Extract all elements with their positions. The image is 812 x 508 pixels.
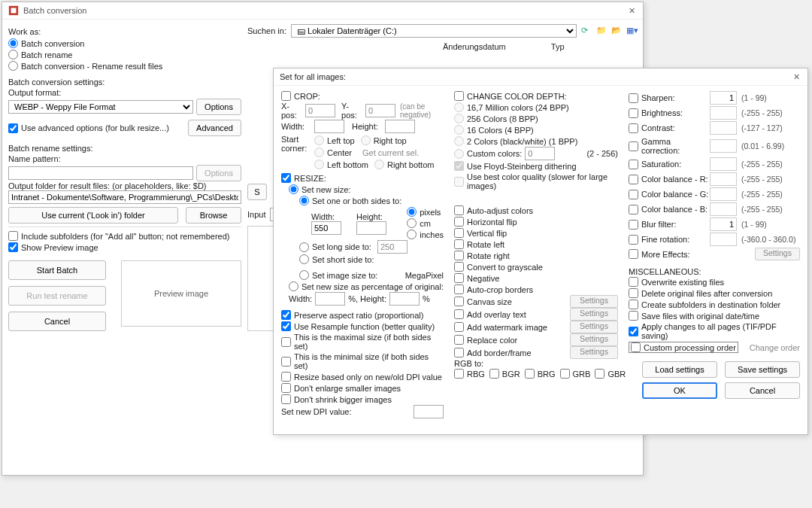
cbg-check[interactable]: Color balance - G: bbox=[629, 190, 710, 199]
sfa-close-icon[interactable]: ✕ bbox=[791, 71, 801, 82]
sharpen-input[interactable] bbox=[710, 91, 737, 105]
long-side-input[interactable] bbox=[377, 240, 408, 254]
finerot-input[interactable] bbox=[710, 233, 737, 246]
pct-h-input[interactable] bbox=[389, 292, 420, 306]
autoadj-check[interactable]: Auto-adjust colors bbox=[454, 205, 618, 215]
unit-cm-radio[interactable]: cm bbox=[407, 218, 444, 228]
resize-width-input[interactable] bbox=[311, 221, 341, 235]
cbr-input[interactable] bbox=[710, 172, 737, 186]
pct-radio[interactable]: Set new size as percentage of original: bbox=[289, 281, 444, 291]
cbr-check[interactable]: Color balance - R: bbox=[629, 175, 710, 184]
delete-orig-check[interactable]: Delete original files after conversion bbox=[629, 288, 800, 298]
overwrite-check[interactable]: Overwrite existing files bbox=[629, 277, 800, 287]
border-check[interactable]: Add border/frame bbox=[454, 348, 567, 357]
grb-check[interactable]: GRB bbox=[560, 369, 591, 379]
start-batch-button[interactable]: Start Batch bbox=[8, 260, 106, 280]
long-side-radio[interactable]: Set long side to: bbox=[299, 242, 371, 252]
contrast-check[interactable]: Contrast: bbox=[629, 123, 710, 133]
autocrop-check[interactable]: Auto-crop borders bbox=[454, 284, 618, 294]
sharpen-check[interactable]: Sharpen: bbox=[629, 93, 710, 103]
canvas-settings-btn[interactable]: Settings bbox=[570, 295, 618, 308]
brg-check[interactable]: BRG bbox=[525, 369, 556, 379]
browse-button[interactable]: Browse bbox=[186, 207, 241, 224]
short-side-radio[interactable]: Set short side to: bbox=[299, 254, 374, 264]
format-options-button[interactable]: Options bbox=[196, 99, 241, 115]
one-or-both-radio[interactable]: Set one or both sides to: bbox=[299, 196, 444, 205]
cancel-button[interactable]: Cancel bbox=[8, 312, 106, 331]
new-folder-icon[interactable]: 📂 bbox=[611, 26, 622, 36]
overlay-check[interactable]: Add overlay text bbox=[454, 309, 567, 319]
new-dpi-input[interactable] bbox=[414, 405, 444, 418]
view-icon[interactable]: ▦▾ bbox=[626, 26, 637, 36]
sort-button[interactable]: S bbox=[247, 184, 267, 200]
noshrink-check[interactable]: Don't shrink bigger images bbox=[281, 394, 444, 404]
name-pattern-input[interactable] bbox=[8, 166, 193, 180]
ok-button[interactable]: OK bbox=[642, 382, 717, 399]
gamma-check[interactable]: Gamma correction: bbox=[629, 137, 710, 155]
set-new-size-radio[interactable]: Set new size: bbox=[289, 184, 444, 194]
crop-check[interactable]: CROP: bbox=[281, 91, 444, 101]
gray-check[interactable]: Convert to grayscale bbox=[454, 262, 618, 272]
saturation-input[interactable] bbox=[710, 157, 737, 171]
cbb-input[interactable] bbox=[710, 202, 737, 216]
save-settings-button[interactable]: Save settings bbox=[725, 361, 800, 378]
bgr-check[interactable]: BGR bbox=[489, 369, 520, 379]
orig-date-check[interactable]: Save files with original date/time bbox=[629, 311, 800, 321]
replace-check[interactable]: Replace color bbox=[454, 335, 567, 345]
create-sub-check[interactable]: Create subfolders in destination folder bbox=[629, 300, 800, 309]
blur-input[interactable] bbox=[710, 217, 737, 231]
more-effects-check[interactable]: More Effects: bbox=[629, 249, 755, 259]
vflip-check[interactable]: Vertical flip bbox=[454, 228, 618, 238]
drive-select[interactable]: 🖴 Lokaler Datenträger (C:) bbox=[291, 24, 577, 38]
replace-settings-btn[interactable]: Settings bbox=[570, 333, 618, 346]
watermark-check[interactable]: Add watermark image bbox=[454, 322, 567, 332]
image-size-radio[interactable]: Set image size to: bbox=[299, 270, 377, 280]
change-order-btn[interactable]: Change order bbox=[750, 343, 800, 352]
gbr-check[interactable]: GBR bbox=[595, 369, 626, 379]
all-pages-check[interactable]: Apply changes to all pages (TIF/PDF savi… bbox=[629, 322, 800, 340]
brightness-input[interactable] bbox=[710, 106, 737, 120]
include-subfolders-check[interactable]: Include subfolders (for "Add all" button… bbox=[8, 231, 241, 241]
radio-batch-rename[interactable]: Batch rename bbox=[8, 50, 241, 59]
crop-x-input[interactable] bbox=[305, 104, 335, 117]
radio-batch-both[interactable]: Batch conversion - Rename result files bbox=[8, 61, 241, 71]
output-format-select[interactable]: WEBP - Weppy File Format bbox=[8, 100, 193, 114]
rbg-check[interactable]: RBG bbox=[454, 369, 485, 379]
neg-check[interactable]: Negative bbox=[454, 273, 618, 283]
more-effects-btn[interactable]: Settings bbox=[755, 248, 800, 260]
crop-y-input[interactable] bbox=[365, 104, 395, 117]
blur-check[interactable]: Blur filter: bbox=[629, 220, 710, 230]
dpionly-check[interactable]: Resize based only on new/old DPI value bbox=[281, 372, 444, 382]
minsize-check[interactable]: This is the minimal size (if both sides … bbox=[281, 352, 444, 370]
resize-height-input[interactable] bbox=[356, 221, 386, 235]
border-settings-btn[interactable]: Settings bbox=[570, 346, 618, 359]
advanced-button[interactable]: Advanced bbox=[188, 120, 241, 136]
canvas-check[interactable]: Canvas size bbox=[454, 297, 567, 306]
crop-w-input[interactable] bbox=[314, 120, 344, 133]
use-advanced-check[interactable]: Use advanced options (for bulk resize...… bbox=[8, 123, 185, 133]
up-folder-icon[interactable]: 📁 bbox=[596, 26, 607, 36]
radio-batch-conversion[interactable]: Batch conversion bbox=[8, 38, 241, 48]
cbg-input[interactable] bbox=[710, 187, 737, 201]
rr-check[interactable]: Rotate right bbox=[454, 251, 618, 260]
sfa-cancel-button[interactable]: Cancel bbox=[725, 382, 800, 399]
watermark-settings-btn[interactable]: Settings bbox=[570, 321, 618, 333]
output-folder-input[interactable] bbox=[8, 190, 241, 204]
maxsize-check[interactable]: This is the maximal size (if both sides … bbox=[281, 333, 444, 351]
close-icon[interactable]: ✕ bbox=[626, 5, 637, 16]
rl-check[interactable]: Rotate left bbox=[454, 239, 618, 249]
contrast-input[interactable] bbox=[710, 121, 737, 135]
pattern-options-button[interactable]: Options bbox=[196, 165, 241, 181]
unit-pixels-radio[interactable]: pixels bbox=[407, 207, 444, 217]
aspect-check[interactable]: Preserve aspect ratio (proportional) bbox=[281, 310, 444, 320]
color-depth-check[interactable]: CHANGE COLOR DEPTH: bbox=[454, 91, 618, 101]
resize-check[interactable]: RESIZE: bbox=[281, 173, 444, 183]
crop-h-input[interactable] bbox=[385, 120, 415, 133]
show-preview-check[interactable]: Show Preview image bbox=[8, 242, 241, 252]
noenlarge-check[interactable]: Don't enlarge smaller images bbox=[281, 383, 444, 393]
custom-order-check[interactable]: Custom processing order bbox=[629, 342, 738, 353]
overlay-settings-btn[interactable]: Settings bbox=[570, 308, 618, 321]
saturation-check[interactable]: Saturation: bbox=[629, 160, 710, 169]
resample-check[interactable]: Use Resample function (better quality) bbox=[281, 321, 444, 331]
hflip-check[interactable]: Horizontal flip bbox=[454, 217, 618, 227]
